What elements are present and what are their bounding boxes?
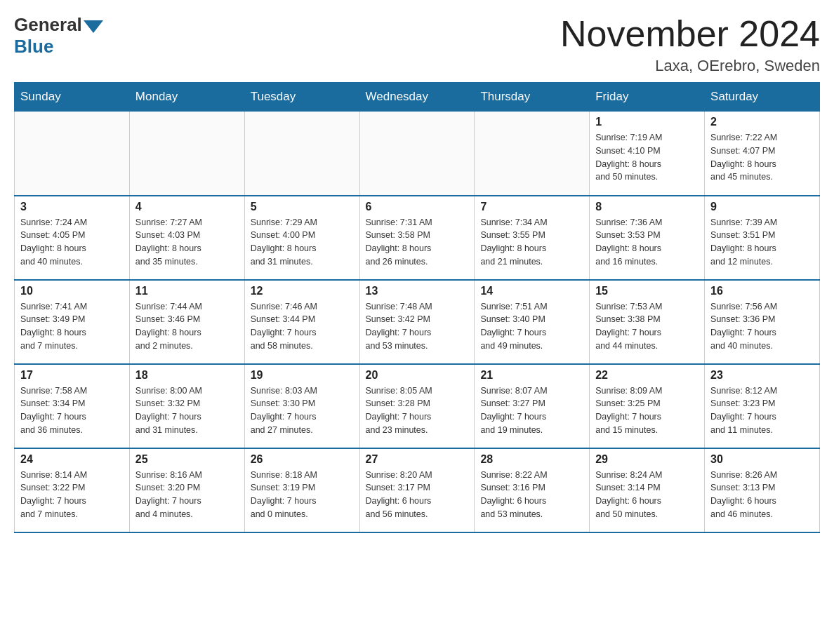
calendar-cell-w3-d6: 23Sunrise: 8:12 AM Sunset: 3:23 PM Dayli… (705, 364, 820, 448)
logo-general-text: General (14, 14, 82, 36)
calendar-week-3: 17Sunrise: 7:58 AM Sunset: 3:34 PM Dayli… (15, 364, 820, 448)
day-info: Sunrise: 8:03 AM Sunset: 3:30 PM Dayligh… (251, 384, 354, 437)
day-number: 9 (710, 201, 814, 213)
calendar-cell-w1-d6: 9Sunrise: 7:39 AM Sunset: 3:51 PM Daylig… (705, 196, 820, 280)
calendar-cell-w0-d2 (244, 112, 359, 196)
day-number: 7 (480, 201, 583, 213)
day-info: Sunrise: 8:24 AM Sunset: 3:14 PM Dayligh… (595, 469, 699, 521)
day-number: 6 (366, 201, 469, 213)
calendar-cell-w0-d6: 2Sunrise: 7:22 AM Sunset: 4:07 PM Daylig… (705, 112, 820, 196)
day-info: Sunrise: 8:00 AM Sunset: 3:32 PM Dayligh… (135, 384, 239, 437)
calendar-cell-w4-d5: 29Sunrise: 8:24 AM Sunset: 3:14 PM Dayli… (590, 448, 705, 532)
day-number: 16 (710, 285, 814, 297)
calendar-body: 1Sunrise: 7:19 AM Sunset: 4:10 PM Daylig… (15, 112, 820, 532)
day-number: 24 (20, 453, 124, 466)
calendar-cell-w4-d6: 30Sunrise: 8:26 AM Sunset: 3:13 PM Dayli… (705, 448, 820, 532)
day-info: Sunrise: 7:56 AM Sunset: 3:36 PM Dayligh… (710, 300, 814, 353)
day-info: Sunrise: 8:18 AM Sunset: 3:19 PM Dayligh… (251, 469, 354, 521)
day-number: 13 (366, 285, 469, 297)
day-number: 26 (251, 453, 354, 466)
day-info: Sunrise: 7:34 AM Sunset: 3:55 PM Dayligh… (480, 216, 583, 269)
day-info: Sunrise: 7:51 AM Sunset: 3:40 PM Dayligh… (480, 300, 583, 353)
calendar-cell-w3-d3: 20Sunrise: 8:05 AM Sunset: 3:28 PM Dayli… (359, 364, 475, 448)
logo-arrow-icon (84, 20, 103, 33)
month-title: November 2024 (560, 14, 820, 54)
day-number: 14 (480, 285, 583, 297)
calendar-cell-w2-d6: 16Sunrise: 7:56 AM Sunset: 3:36 PM Dayli… (705, 280, 820, 364)
day-number: 25 (135, 453, 239, 466)
calendar-cell-w1-d1: 4Sunrise: 7:27 AM Sunset: 4:03 PM Daylig… (129, 196, 244, 280)
column-header-monday: Monday (129, 83, 244, 112)
day-info: Sunrise: 7:29 AM Sunset: 4:00 PM Dayligh… (251, 216, 354, 269)
day-info: Sunrise: 7:46 AM Sunset: 3:44 PM Dayligh… (251, 300, 354, 353)
day-info: Sunrise: 7:24 AM Sunset: 4:05 PM Dayligh… (20, 216, 124, 269)
calendar-cell-w1-d0: 3Sunrise: 7:24 AM Sunset: 4:05 PM Daylig… (15, 196, 130, 280)
day-number: 2 (710, 116, 814, 128)
day-info: Sunrise: 8:12 AM Sunset: 3:23 PM Dayligh… (710, 384, 814, 437)
day-info: Sunrise: 8:09 AM Sunset: 3:25 PM Dayligh… (595, 384, 699, 437)
calendar-cell-w2-d5: 15Sunrise: 7:53 AM Sunset: 3:38 PM Dayli… (590, 280, 705, 364)
calendar-header-row: SundayMondayTuesdayWednesdayThursdayFrid… (15, 83, 820, 112)
column-header-saturday: Saturday (705, 83, 820, 112)
day-number: 17 (20, 369, 124, 382)
calendar-cell-w3-d1: 18Sunrise: 8:00 AM Sunset: 3:32 PM Dayli… (129, 364, 244, 448)
calendar-cell-w1-d4: 7Sunrise: 7:34 AM Sunset: 3:55 PM Daylig… (475, 196, 590, 280)
day-info: Sunrise: 8:05 AM Sunset: 3:28 PM Dayligh… (366, 384, 469, 437)
calendar-cell-w4-d2: 26Sunrise: 8:18 AM Sunset: 3:19 PM Dayli… (244, 448, 359, 532)
calendar-cell-w1-d5: 8Sunrise: 7:36 AM Sunset: 3:53 PM Daylig… (590, 196, 705, 280)
day-number: 1 (595, 116, 699, 128)
day-info: Sunrise: 7:19 AM Sunset: 4:10 PM Dayligh… (595, 131, 699, 184)
calendar-cell-w3-d5: 22Sunrise: 8:09 AM Sunset: 3:25 PM Dayli… (590, 364, 705, 448)
calendar-header: SundayMondayTuesdayWednesdayThursdayFrid… (15, 83, 820, 112)
calendar-cell-w0-d5: 1Sunrise: 7:19 AM Sunset: 4:10 PM Daylig… (590, 112, 705, 196)
day-number: 4 (135, 201, 239, 213)
day-number: 20 (366, 369, 469, 382)
day-info: Sunrise: 7:44 AM Sunset: 3:46 PM Dayligh… (135, 300, 239, 353)
calendar-cell-w4-d3: 27Sunrise: 8:20 AM Sunset: 3:17 PM Dayli… (359, 448, 475, 532)
day-info: Sunrise: 8:26 AM Sunset: 3:13 PM Dayligh… (710, 469, 814, 521)
calendar-week-4: 24Sunrise: 8:14 AM Sunset: 3:22 PM Dayli… (15, 448, 820, 532)
logo-general: General (14, 14, 103, 36)
day-info: Sunrise: 8:16 AM Sunset: 3:20 PM Dayligh… (135, 469, 239, 521)
page-header: General Blue November 2024 Laxa, OErebro… (14, 14, 820, 75)
calendar-cell-w1-d3: 6Sunrise: 7:31 AM Sunset: 3:58 PM Daylig… (359, 196, 475, 280)
calendar-cell-w4-d1: 25Sunrise: 8:16 AM Sunset: 3:20 PM Dayli… (129, 448, 244, 532)
day-number: 11 (135, 285, 239, 297)
calendar-cell-w0-d4 (475, 112, 590, 196)
logo: General Blue (14, 14, 103, 58)
day-info: Sunrise: 7:39 AM Sunset: 3:51 PM Dayligh… (710, 216, 814, 269)
calendar-cell-w2-d4: 14Sunrise: 7:51 AM Sunset: 3:40 PM Dayli… (475, 280, 590, 364)
day-number: 5 (251, 201, 354, 213)
day-number: 12 (251, 285, 354, 297)
column-header-wednesday: Wednesday (359, 83, 475, 112)
calendar-cell-w2-d3: 13Sunrise: 7:48 AM Sunset: 3:42 PM Dayli… (359, 280, 475, 364)
calendar-cell-w4-d4: 28Sunrise: 8:22 AM Sunset: 3:16 PM Dayli… (475, 448, 590, 532)
day-info: Sunrise: 8:20 AM Sunset: 3:17 PM Dayligh… (366, 469, 469, 521)
day-number: 29 (595, 453, 699, 466)
column-header-tuesday: Tuesday (244, 83, 359, 112)
calendar-cell-w4-d0: 24Sunrise: 8:14 AM Sunset: 3:22 PM Dayli… (15, 448, 130, 532)
day-number: 3 (20, 201, 124, 213)
calendar-cell-w3-d4: 21Sunrise: 8:07 AM Sunset: 3:27 PM Dayli… (475, 364, 590, 448)
calendar-cell-w2-d2: 12Sunrise: 7:46 AM Sunset: 3:44 PM Dayli… (244, 280, 359, 364)
day-info: Sunrise: 7:41 AM Sunset: 3:49 PM Dayligh… (20, 300, 124, 353)
day-number: 30 (710, 453, 814, 466)
day-info: Sunrise: 7:27 AM Sunset: 4:03 PM Dayligh… (135, 216, 239, 269)
title-area: November 2024 Laxa, OErebro, Sweden (560, 14, 820, 75)
calendar-cell-w2-d0: 10Sunrise: 7:41 AM Sunset: 3:49 PM Dayli… (15, 280, 130, 364)
day-number: 10 (20, 285, 124, 297)
day-number: 21 (480, 369, 583, 382)
calendar-cell-w0-d0 (15, 112, 130, 196)
calendar-week-2: 10Sunrise: 7:41 AM Sunset: 3:49 PM Dayli… (15, 280, 820, 364)
day-info: Sunrise: 8:14 AM Sunset: 3:22 PM Dayligh… (20, 469, 124, 521)
day-info: Sunrise: 7:53 AM Sunset: 3:38 PM Dayligh… (595, 300, 699, 353)
day-number: 18 (135, 369, 239, 382)
calendar-cell-w3-d0: 17Sunrise: 7:58 AM Sunset: 3:34 PM Dayli… (15, 364, 130, 448)
day-info: Sunrise: 7:36 AM Sunset: 3:53 PM Dayligh… (595, 216, 699, 269)
day-number: 15 (595, 285, 699, 297)
day-info: Sunrise: 7:48 AM Sunset: 3:42 PM Dayligh… (366, 300, 469, 353)
location: Laxa, OErebro, Sweden (560, 57, 820, 75)
column-header-friday: Friday (590, 83, 705, 112)
day-info: Sunrise: 7:58 AM Sunset: 3:34 PM Dayligh… (20, 384, 124, 437)
column-header-thursday: Thursday (475, 83, 590, 112)
